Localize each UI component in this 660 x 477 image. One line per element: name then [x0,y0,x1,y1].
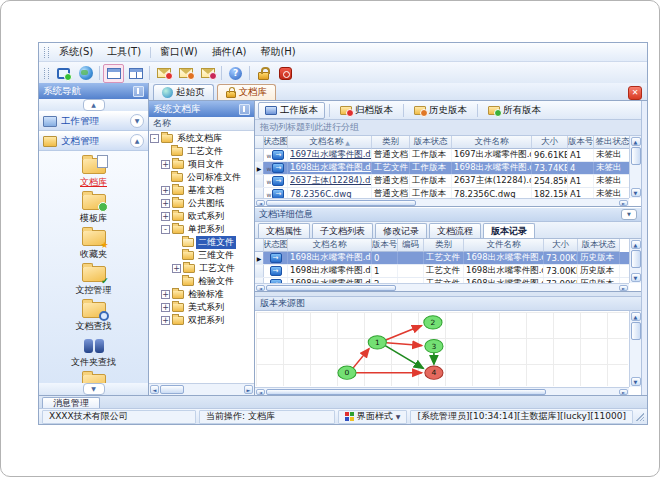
table-row[interactable]: w→78.2356C.dwg普通文档工作版本78.2356C.dwg182.15… [255,188,629,198]
tree-node[interactable]: +工艺文件 [149,262,254,275]
column-header[interactable]: 大小 [532,136,568,149]
horizontal-scrollbar[interactable]: ◄► [255,198,629,206]
tree-node[interactable]: 检验文件 [149,275,254,288]
column-header[interactable]: 版本号 [568,136,594,149]
menu-item[interactable]: 工具(T) [100,44,148,60]
sidebar-item-library[interactable]: 文档库 [39,158,148,189]
horizontal-scrollbar[interactable]: ◄► [149,383,254,395]
scroll-up-arrow[interactable]: ▲ [631,137,641,146]
globe-icon-button[interactable] [75,64,96,83]
expand-icon[interactable]: + [161,303,170,312]
tree-node[interactable]: -系统文档库 [149,132,254,145]
table-row[interactable]: ▶→1698出水嘴零件图.dwg0工艺文件1698出水嘴零件图.dwg73.00… [255,252,629,265]
column-header[interactable]: 状态图 [264,239,288,252]
details-collapse-button[interactable]: ▼ [621,209,637,220]
tree-node[interactable]: +项目文件 [149,158,254,171]
scroll-left-arrow[interactable]: ◄ [256,200,265,206]
scroll-thumb[interactable] [631,147,641,165]
window-icon-button[interactable] [103,64,124,83]
detail-tab[interactable]: 修改记录 [375,223,427,238]
toolbar-drag-handle[interactable] [44,68,49,79]
chevron-up-icon[interactable]: ▲ [130,134,144,148]
resize-grip[interactable] [636,413,644,421]
tree-node[interactable]: +欧式系列 [149,210,254,223]
scroll-thumb[interactable] [631,250,641,268]
sidebar-item-doc-control[interactable]: 文控管理 [39,266,148,297]
sidebar-panel-document-management[interactable]: 文档管理 ▲ [39,131,148,151]
expand-icon[interactable]: + [161,290,170,299]
expand-icon[interactable]: + [161,199,170,208]
tree-node[interactable]: +双把系列 [149,314,254,327]
ui-style-button[interactable]: 界面样式 ▼ [338,410,408,424]
tree-node[interactable]: 三维文件 [149,249,254,262]
help-icon-button[interactable] [225,64,246,83]
column-header[interactable]: 版本号 [372,239,398,252]
tree-node[interactable]: 二维文件 [149,236,254,249]
vertical-scrollbar[interactable]: ▲▼ [629,311,641,387]
tree-column-header[interactable]: 名称 [149,117,254,131]
vertical-scrollbar[interactable]: ▲▼ [629,239,641,283]
tree-node[interactable]: +公共图纸 [149,197,254,210]
scroll-thumb[interactable] [160,385,184,394]
lock-icon-button[interactable] [253,64,274,83]
sidebar-scroll-down-button[interactable]: ▼ [83,383,105,395]
column-header[interactable]: 大小 [544,239,578,252]
scroll-up-arrow[interactable]: ▲ [631,312,641,321]
menu-drag-handle[interactable] [44,47,49,58]
tree-node[interactable]: 公司标准文件 [149,171,254,184]
detail-tab[interactable]: 版本记录 [483,223,535,238]
scroll-thumb[interactable] [266,200,416,206]
sidebar-item-favorites[interactable]: 收藏夹 [39,230,148,261]
scroll-left-arrow[interactable]: ◄ [256,285,265,291]
tree-node[interactable]: +基准文档 [149,184,254,197]
column-header[interactable]: 文件名称 [464,239,544,252]
expand-icon[interactable]: + [161,212,170,221]
shutdown-icon-button[interactable] [275,64,296,83]
chevron-down-icon[interactable]: ▼ [130,114,144,128]
tree-node[interactable]: +美式系列 [149,301,254,314]
scroll-down-arrow[interactable]: ▼ [631,188,641,197]
version-node-3[interactable]: 3 [425,340,443,353]
sidebar-item-checked-out[interactable]: 签出的文档 [39,374,148,383]
tree-node[interactable]: -单把系列 [149,223,254,236]
detail-tab[interactable]: 文档属性 [258,223,310,238]
scroll-thumb[interactable] [266,285,396,291]
vertical-scrollbar[interactable]: ▲▼ [629,136,641,198]
scroll-down-arrow[interactable]: ▼ [631,273,641,282]
detail-tab[interactable]: 文档流程 [429,223,481,238]
table-row[interactable]: →1698出水嘴零件图.dwg1工艺文件1698出水嘴零件图.dwg73.00K… [255,265,629,278]
scroll-down-arrow[interactable]: ▼ [631,377,641,386]
tree-node[interactable]: +检验标准 [149,288,254,301]
expand-icon[interactable]: + [172,264,181,273]
tab-document-library[interactable]: 文档库 [217,84,277,100]
table-row[interactable]: w→1697出水嘴零件图.dwg普通文档工作版本1697出水嘴零件图.dwg96… [255,149,629,162]
menu-item[interactable]: 插件(A) [205,44,254,60]
sidebar-scroll-up-button[interactable]: ▲ [83,99,105,111]
column-header[interactable]: 文件名称 [452,136,532,149]
window-split-icon-button[interactable] [125,64,146,83]
table-row[interactable]: ▶w→1698出水嘴零件图.dwg工艺文件工作版本1698出水嘴零件图.dwg7… [255,162,629,175]
scroll-thumb[interactable] [631,322,641,340]
menu-item[interactable]: 窗口(W) [153,44,205,60]
menu-item[interactable]: 系统(S) [52,44,100,60]
column-header[interactable]: 文档名称▲ [288,136,372,149]
sidebar-panel-work-management[interactable]: 工作管理 ▼ [39,111,148,131]
collapse-icon[interactable]: - [161,225,170,234]
version-node-2[interactable]: 2 [424,316,442,329]
column-header[interactable]: 状态图 [264,136,288,149]
horizontal-scrollbar[interactable]: ◄► [255,283,629,291]
mail-icon-button[interactable] [153,64,174,83]
work-version-button[interactable]: 工作版本 [258,102,325,119]
monitor-icon-button[interactable] [53,64,74,83]
column-header[interactable]: 版本状态 [410,136,452,149]
expand-icon[interactable]: + [161,160,170,169]
sidebar-item-templates[interactable]: 模板库 [39,194,148,225]
pin-icon[interactable] [239,104,250,115]
expand-icon[interactable]: + [161,186,170,195]
collapse-icon[interactable]: - [150,134,159,143]
column-header[interactable]: 版本状态 [578,239,620,252]
archive-version-button[interactable]: 归档版本 [334,103,399,118]
expand-icon[interactable]: + [161,316,170,325]
scroll-left-arrow[interactable]: ◄ [150,385,159,394]
all-version-button[interactable]: 所有版本 [482,103,547,118]
